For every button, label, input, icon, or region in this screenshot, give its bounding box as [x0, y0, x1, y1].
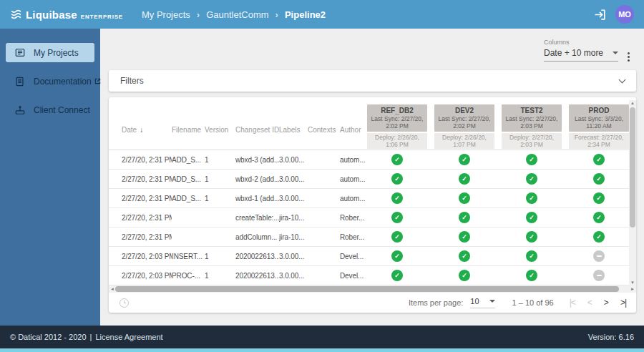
cell-author: autom...: [340, 175, 367, 183]
status-success-icon[interactable]: [526, 270, 537, 281]
status-success-icon[interactable]: [593, 212, 605, 223]
status-skipped-icon[interactable]: [593, 250, 605, 262]
sidebar-item-my-projects[interactable]: My Projects: [6, 43, 94, 62]
table-row[interactable]: 2/27/20, 2:31 PMaddColumn...jira-10...Ro…: [109, 228, 636, 247]
status-success-icon[interactable]: [391, 231, 403, 243]
cell-environment-status: [434, 270, 494, 281]
environment-column-header[interactable]: PROD Last Sync: 3/3/20, 11:20 AM Forecas…: [569, 104, 629, 150]
sidebar-item-documentation[interactable]: Documentation: [6, 72, 94, 91]
environment-column-header[interactable]: DEV2 Last Sync: 2/27/20, 2:02 PM Deploy:…: [434, 104, 494, 150]
table-row[interactable]: 2/27/20, 2:31 PMADD_S...1wbxd-3 (add...3…: [109, 150, 636, 170]
scroll-right-icon[interactable]: ►: [630, 287, 635, 291]
columns-select[interactable]: Date + 10 more: [544, 48, 618, 62]
items-per-page-select[interactable]: 10: [470, 297, 494, 308]
column-header-filename[interactable]: Filename: [172, 97, 205, 150]
status-success-icon[interactable]: [459, 270, 470, 281]
cell-labels: jira-10...: [279, 214, 308, 222]
table-row[interactable]: 2/27/20, 2:31 PMcreateTable:...jira-10..…: [109, 208, 636, 228]
sidebar-item-client-connect[interactable]: Client Connect: [6, 100, 94, 119]
sidebar-item-label: Documentation: [34, 77, 92, 87]
status-success-icon[interactable]: [526, 173, 537, 185]
cell-date: 2/27/20, 2:03 PM: [122, 253, 172, 260]
status-success-icon[interactable]: [391, 154, 403, 165]
table-row[interactable]: 2/27/20, 2:03 PMPROC-...12020022613...3.…: [109, 266, 636, 285]
pagination-bar: Items per page: 10 1 – 10 of 96 |< < > >…: [109, 293, 636, 313]
scroll-up-icon[interactable]: ▲: [630, 101, 635, 105]
status-success-icon[interactable]: [593, 173, 605, 185]
cell-changeset_id: wbxd-2 (add...: [235, 175, 279, 183]
next-page-button[interactable]: >: [604, 298, 608, 308]
cell-labels: 3.0.00...: [279, 156, 308, 164]
vertical-scrollbar-thumb[interactable]: [630, 107, 635, 228]
status-success-icon[interactable]: [391, 192, 403, 204]
column-header-author[interactable]: Author: [340, 97, 367, 150]
status-success-icon[interactable]: [391, 212, 403, 223]
column-header-label: Contexts: [308, 126, 336, 134]
last-page-button[interactable]: >|: [620, 298, 626, 308]
status-success-icon[interactable]: [526, 231, 537, 243]
breadcrumb: My Projects › GauntletComm › Pipeline2: [142, 9, 326, 20]
cell-date: 2/27/20, 2:31 PM: [122, 195, 172, 202]
status-success-icon[interactable]: [526, 212, 537, 223]
liquibase-coil-icon: [10, 9, 22, 20]
items-per-page-value: 10: [470, 297, 479, 305]
columns-control: Columns Date + 10 more: [544, 39, 618, 62]
status-success-icon[interactable]: [459, 250, 470, 262]
status-skipped-icon[interactable]: [593, 270, 605, 281]
cell-author: autom...: [340, 156, 367, 164]
status-success-icon[interactable]: [459, 173, 470, 185]
table-row[interactable]: 2/27/20, 2:03 PMINSERT...12020022613...3…: [109, 247, 636, 266]
cell-environment-status: [367, 212, 427, 223]
version-text: Version: 6.16: [588, 333, 634, 341]
column-header-version[interactable]: Version: [205, 97, 235, 150]
status-success-icon[interactable]: [459, 192, 470, 204]
cell-environment-status: [434, 212, 494, 223]
environment-last-sync: Last Sync: 2/27/20, 2:02 PM: [369, 115, 426, 129]
status-success-icon[interactable]: [391, 270, 403, 281]
first-page-button[interactable]: |<: [570, 298, 575, 308]
license-agreement-link[interactable]: License Agreement: [95, 333, 162, 341]
vertical-scrollbar[interactable]: ▲ ▼: [629, 100, 636, 285]
scroll-left-icon[interactable]: ◄: [110, 287, 114, 291]
status-success-icon[interactable]: [459, 154, 470, 165]
status-success-icon[interactable]: [391, 173, 403, 185]
status-success-icon[interactable]: [459, 231, 470, 243]
table-row[interactable]: 2/27/20, 2:31 PMADD_S...1wbxd-2 (add...3…: [109, 170, 636, 189]
user-avatar[interactable]: MO: [615, 5, 634, 24]
cell-environment-status: [367, 231, 427, 243]
cell-environment-status: [569, 212, 629, 223]
horizontal-scrollbar[interactable]: ◄ ►: [109, 285, 636, 293]
logout-icon[interactable]: [593, 8, 607, 21]
status-success-icon[interactable]: [593, 231, 605, 243]
status-success-icon[interactable]: [391, 250, 403, 262]
pagination-range: 1 – 10 of 96: [512, 298, 554, 307]
cell-environment-status: [502, 192, 562, 204]
status-success-icon[interactable]: [526, 154, 537, 165]
environment-column-header[interactable]: REF_DB2 Last Sync: 2/27/20, 2:02 PM Depl…: [367, 104, 427, 150]
breadcrumb-my-projects[interactable]: My Projects: [142, 9, 190, 20]
cell-environment-status: [502, 231, 562, 243]
items-per-page-label: Items per page:: [409, 298, 463, 307]
cell-filename: INSERT...: [172, 253, 205, 260]
kebab-menu-icon[interactable]: [625, 49, 632, 65]
column-header-contexts[interactable]: Contexts: [308, 97, 340, 150]
column-header-changeset_id[interactable]: Changeset ID: [235, 97, 279, 150]
column-header-labels[interactable]: Labels: [279, 97, 308, 150]
table-body: 2/27/20, 2:31 PMADD_S...1wbxd-3 (add...3…: [109, 150, 636, 285]
status-success-icon[interactable]: [459, 212, 470, 223]
filters-panel[interactable]: Filters: [109, 70, 636, 92]
status-success-icon[interactable]: [526, 192, 537, 204]
status-success-icon[interactable]: [593, 192, 605, 204]
previous-page-button[interactable]: <: [587, 298, 592, 308]
breadcrumb-gauntletcomm[interactable]: GauntletComm: [206, 9, 268, 20]
status-success-icon[interactable]: [526, 250, 537, 262]
cell-filename: ADD_S...: [172, 195, 205, 202]
column-header-date[interactable]: Date↓: [122, 97, 172, 150]
copyright-text: © Datical 2012 - 2020: [10, 333, 87, 341]
status-success-icon[interactable]: [593, 154, 605, 165]
scroll-down-icon[interactable]: ▼: [630, 280, 635, 285]
history-clock-icon[interactable]: [119, 298, 129, 308]
table-row[interactable]: 2/27/20, 2:31 PMADD_S...1wbxd-1 (add...3…: [109, 189, 636, 208]
horizontal-scrollbar-thumb[interactable]: [115, 286, 619, 292]
environment-column-header[interactable]: TEST2 Last Sync: 2/27/20, 2:03 PM Deploy…: [502, 104, 562, 150]
